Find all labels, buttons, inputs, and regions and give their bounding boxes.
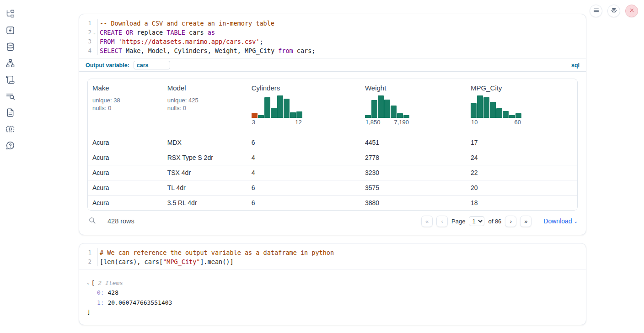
collapse-chevron-icon[interactable]: ⌄ [87,280,89,285]
histogram-bar [391,106,397,118]
code-line[interactable]: 1# We can reference the output variable … [79,248,586,257]
table-cell: Acura [88,195,163,210]
code-text: # We can reference the output variable a… [97,248,334,257]
table-cell: 3230 [360,165,466,180]
row-count: 428 rows [107,217,134,225]
axis-max-label: 7,190 [394,119,409,126]
sql-cell: 1-- Download a CSV and create an in-memo… [79,14,586,235]
documentation-icon [5,108,15,119]
table-cell: 4 [247,165,360,180]
table-cell: Acura [88,135,163,150]
sidebar-item-documentation[interactable] [5,108,15,118]
histogram-bar [284,99,290,118]
column-header-weight[interactable]: Weight1,8507,190 [360,79,466,135]
sidebar-item-variables[interactable] [5,26,15,36]
line-number: 2 [79,28,91,37]
sidebar-item-logs[interactable] [5,92,15,102]
tree-value: 20.060747663551403 [104,299,172,306]
column-header-mpg_city[interactable]: MPG_City1060 [466,79,577,135]
code-text: -- Download a CSV and create an in-memor… [97,19,274,28]
fold-chevron-icon [91,37,97,46]
sidebar-item-file-explorer[interactable] [5,10,15,20]
table-cell: 3880 [360,195,466,210]
column-header-make[interactable]: Makeunique: 38nulls: 0 [88,79,163,135]
first-page-button[interactable]: « [421,216,433,227]
python-code-editor[interactable]: 1# We can reference the output variable … [79,243,586,270]
table-cell: 2778 [360,150,466,165]
tree-value: 428 [104,289,118,296]
axis-max-label: 60 [515,119,521,126]
help-icon [5,141,15,152]
search-icon [88,217,96,226]
close-button[interactable] [625,5,638,17]
sidebar-item-dependency-graph[interactable] [5,59,15,69]
code-line[interactable]: 2[len(cars), cars["MPG_City"].mean()] [79,257,586,266]
line-number: 1 [79,19,91,28]
sidebar-item-snippets[interactable] [5,125,15,135]
prev-page-button[interactable]: ‹ [436,216,448,227]
sidebar-item-scratchpad[interactable] [5,75,15,85]
histogram-bar [477,95,483,118]
column-label: Cylinders [252,84,356,92]
chevron-down-icon: ⌄ [574,219,578,224]
logs-icon [5,91,15,102]
column-stats: unique: 425nulls: 0 [167,96,242,112]
tree-entry: 1: 20.060747663551403 [97,298,586,308]
table-row: AcuraMDX6445117 [88,135,577,150]
page-select[interactable]: 1 [469,216,484,226]
download-button[interactable]: Download ⌄ [543,217,578,225]
pagination: « ‹ Page 1 of 86 › » Download ⌄ [421,216,578,227]
histogram-bar [371,100,377,118]
table-cell: 6 [247,195,360,210]
column-stats: unique: 38nulls: 0 [92,96,158,112]
sidebar-item-help[interactable] [5,141,15,151]
table-row: AcuraRSX Type S 2dr4277824 [88,150,577,165]
code-text: CREATE OR replace TABLE cars as [97,28,215,37]
histogram-bar [471,103,477,118]
code-line[interactable]: 2⌄CREATE OR replace TABLE cars as [79,28,586,37]
download-label: Download [543,217,572,225]
page-of-label: of 86 [488,218,501,225]
code-line[interactable]: 1-- Download a CSV and create an in-memo… [79,19,586,28]
column-header-cylinders[interactable]: Cylinders312 [247,79,360,135]
code-line[interactable]: 3FROM 'https://datasets.marimo.app/cars.… [79,37,586,46]
code-text: FROM 'https://datasets.marimo.app/cars.c… [97,37,263,46]
column-histogram: 312 [252,95,302,126]
table-cell: RSX Type S 2dr [163,150,247,165]
menu-button[interactable] [590,5,602,17]
histogram-bar [264,97,270,118]
settings-button[interactable] [607,5,620,17]
page-label: Page [451,218,465,225]
python-cell: 1# We can reference the output variable … [79,243,586,325]
table-row: AcuraTL 4dr6357520 [88,180,577,195]
table-cell: Acura [88,150,163,165]
fold-chevron-icon[interactable]: ⌄ [91,28,97,37]
data-table: Makeunique: 38nulls: 0Modelunique: 425nu… [88,79,577,210]
histogram-bar [503,111,509,118]
last-page-button[interactable]: » [520,216,531,227]
sidebar-item-data-sources[interactable] [5,42,15,53]
sql-code-editor[interactable]: 1-- Download a CSV and create an in-memo… [79,14,586,58]
histogram-bar [483,97,489,118]
histogram-bar [378,95,384,118]
output-variable-input[interactable] [134,61,170,69]
table-cell: Acura [88,180,163,195]
line-number: 3 [79,37,91,46]
next-page-button[interactable]: › [505,216,516,227]
column-header-model[interactable]: Modelunique: 425nulls: 0 [163,79,247,135]
tree-key: 0: [97,289,104,296]
search-button[interactable] [87,217,97,226]
histogram-bar [290,112,296,118]
table-cell: 3.5 RL 4dr [163,195,247,210]
table-cell: Acura [88,165,163,180]
output-variable-label: Output variable: [86,62,129,69]
snippets-icon [5,124,15,135]
table-cell: 3575 [360,180,466,195]
fold-chevron-icon [91,257,97,266]
dependency-graph-icon [5,58,15,69]
code-line[interactable]: 4SELECT Make, Model, Cylinders, Weight, … [79,46,586,55]
table-row: AcuraTSX 4dr4323022 [88,165,577,180]
column-label: Weight [365,84,462,92]
column-histogram: 1060 [471,95,521,126]
topbar-actions [590,5,638,17]
